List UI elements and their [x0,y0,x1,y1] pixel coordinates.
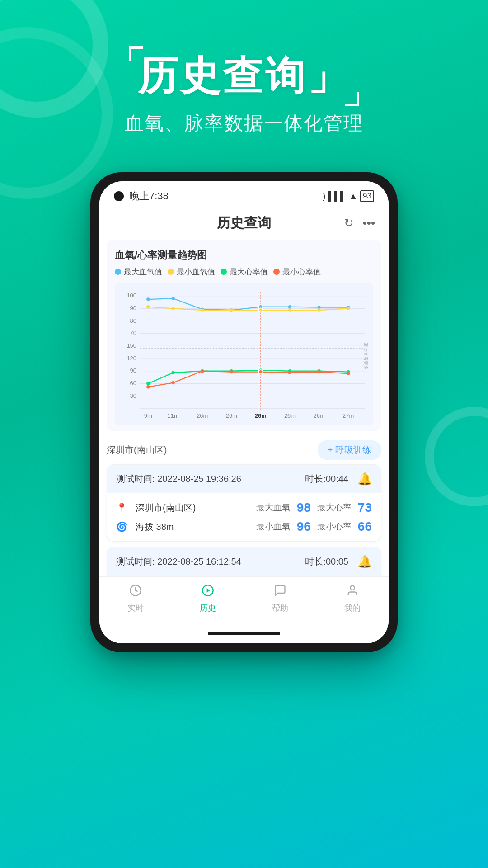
location-row: 深圳市(南山区) + 呼吸训练 [99,438,389,464]
svg-point-30 [171,307,174,310]
card-2-duration: 时长:00:05 [305,556,348,568]
bottom-nav: 实时 历史 [99,576,389,626]
phone-frame: 晚上7:38 ) ▌▌▌ ▲ 93 历史查询 ↻ ••• 血氧/心率测量趋势图 [90,172,398,653]
nav-item-realtime[interactable]: 实时 [113,584,158,613]
card-1-altitude-text: 海拔 38m [136,521,174,533]
card-1-test-time: 测试时间: 2022-08-25 19:36:26 [116,473,241,485]
svg-point-45 [146,385,150,388]
svg-text:120: 120 [127,355,136,362]
svg-point-46 [171,381,174,384]
card-1-max-heart-value: 73 [358,500,372,515]
svg-point-51 [317,370,320,373]
card-1-max-metrics: 最大血氧 98 最大心率 73 [256,500,372,515]
wifi-icon: ▲ [349,191,357,201]
chart-area[interactable]: 100 90 80 70 150 120 90 60 30 [115,283,373,425]
refresh-button[interactable]: ↻ [344,216,354,230]
nav-item-profile[interactable]: 我的 [330,584,375,613]
svg-text:27m: 27m [343,412,354,419]
card-1-max-heart-label: 最大心率 [317,502,352,514]
svg-text:滑动查看更多: 滑动查看更多 [363,343,368,370]
legend-max-heart-rate: 最大心率值 [221,267,268,277]
svg-point-33 [258,308,263,312]
svg-point-38 [171,371,174,374]
card-1-test-time-label: 测试时间: 2022-08-25 19:36:26 [116,474,241,484]
card-1-min-metrics: 最小血氧 96 最小心率 66 [256,519,372,534]
card-1-duration: 时长:00:44 [305,473,348,485]
svg-text:80: 80 [130,317,136,324]
svg-marker-64 [207,589,210,593]
page-hero-subtitle: 血氧、脉率数据一体化管理 [0,111,488,136]
breathing-training-button[interactable]: + 呼吸训练 [318,440,381,460]
card-1-min-blood-value: 96 [297,519,311,534]
hero-section: 历史查询」 血氧、脉率数据一体化管理 [0,0,488,136]
status-right: ) ▌▌▌ ▲ 93 [323,190,374,202]
nav-realtime-icon [129,584,142,600]
legend-min-blood-oxygen: 最小血氧值 [168,267,215,277]
svg-point-49 [258,370,263,374]
status-time: 晚上7:38 [129,189,169,203]
svg-point-27 [317,306,320,309]
legend-label-max-blood: 最大血氧值 [124,267,162,277]
home-indicator [208,632,280,635]
svg-text:30: 30 [130,392,136,399]
svg-text:9m: 9m [144,412,152,419]
legend-dot-max-heart [221,269,227,275]
legend-dot-min-heart [273,269,280,275]
svg-point-36 [347,307,350,310]
status-left: 晚上7:38 [114,189,169,203]
svg-point-50 [288,371,291,374]
svg-text:26m: 26m [284,412,296,419]
legend-max-blood-oxygen: 最大血氧值 [115,267,162,277]
card-2-bell-icon[interactable]: 🔔 [357,555,372,569]
nav-help-icon [274,584,286,600]
card-1-header-right: 时长:00:44 🔔 [305,472,372,486]
card-2-test-time-label: 测试时间: 2022-08-25 16:12:54 [116,557,241,566]
legend-label-min-blood: 最小血氧值 [177,267,215,277]
card-1-max-blood-value: 98 [297,500,311,515]
card-1-location-row: 📍 深圳市(南山区) 最大血氧 98 最大心率 73 [116,500,372,515]
svg-point-29 [146,305,150,308]
card-2-header-right: 时长:00:05 🔔 [305,555,372,569]
svg-point-65 [350,586,354,590]
nav-history-label: 历史 [200,603,216,613]
card-1-bell-icon[interactable]: 🔔 [357,472,372,486]
phone-mockup: 晚上7:38 ) ▌▌▌ ▲ 93 历史查询 ↻ ••• 血氧/心率测量趋势图 [0,172,488,653]
location-pin-icon: 📍 [116,502,127,513]
nav-help-label: 帮助 [272,603,288,613]
more-button[interactable]: ••• [363,216,375,230]
nav-realtime-label: 实时 [127,603,144,613]
app-header-icons: ↻ ••• [344,216,375,230]
svg-text:150: 150 [127,342,136,349]
svg-point-32 [230,308,233,311]
legend-dot-max-blood [115,269,121,275]
svg-text:11m: 11m [168,412,179,419]
status-bar: 晚上7:38 ) ▌▌▌ ▲ 93 [99,181,389,208]
svg-text:26m: 26m [255,412,267,419]
location-city: 深圳市(南山区) [107,444,167,456]
svg-text:90: 90 [130,305,136,311]
svg-point-26 [288,305,291,308]
nav-history-icon [202,584,214,600]
card-1-location-text: 深圳市(南山区) [136,502,196,514]
svg-point-37 [146,382,150,385]
title-bracket: 历史查询」 [138,54,350,98]
svg-text:26m: 26m [226,412,237,419]
svg-text:70: 70 [130,330,136,336]
nav-profile-label: 我的 [344,603,361,613]
card-1-min-heart-label: 最小心率 [317,521,352,533]
legend-label-max-heart: 最大心率值 [230,267,268,277]
svg-text:26m: 26m [197,412,208,419]
legend-label-min-heart: 最小心率值 [282,267,321,277]
bracket-top-left [129,46,143,61]
svg-point-52 [347,372,350,375]
card-1-min-blood-label: 最小血氧 [256,521,291,533]
chart-title: 血氧/心率测量趋势图 [115,249,373,262]
svg-point-48 [230,370,233,373]
card-1-header: 测试时间: 2022-08-25 19:36:26 时长:00:44 🔔 [107,465,381,493]
legend-min-heart-rate: 最小心率值 [273,267,321,277]
nav-item-history[interactable]: 历史 [185,584,230,613]
app-header-title: 历史查询 [217,214,271,232]
nav-item-help[interactable]: 帮助 [258,584,303,613]
battery-icon: 93 [360,190,374,202]
camera-dot [114,191,124,201]
